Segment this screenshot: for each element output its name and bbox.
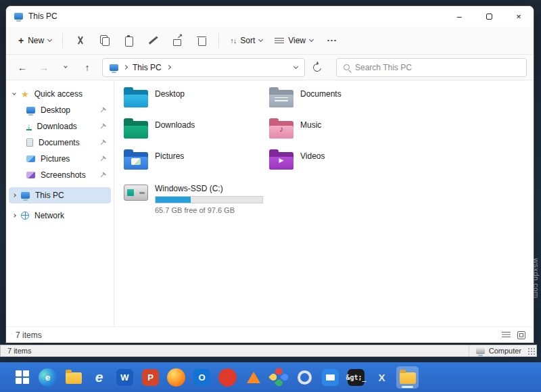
- play-icon: ▶: [269, 157, 293, 164]
- pin-icon[interactable]: [98, 171, 107, 180]
- taskbar-red-app-icon[interactable]: [216, 366, 239, 389]
- sidebar-item-this-pc[interactable]: This PC: [9, 187, 111, 203]
- chevron-right-icon: [166, 65, 171, 70]
- search-input[interactable]: [355, 63, 519, 72]
- taskbar-file-explorer-icon[interactable]: [62, 366, 85, 389]
- navigation-bar: ← → ↑ This PC: [6, 55, 534, 80]
- back-button[interactable]: ←: [13, 58, 32, 77]
- documents-folder-icon: [269, 90, 293, 107]
- taskbar-internet-explorer-icon[interactable]: e: [88, 366, 110, 389]
- computer-label: Computer: [489, 347, 521, 355]
- sidebar-item-screenshots[interactable]: Screenshots: [9, 167, 111, 183]
- paste-button[interactable]: [117, 29, 140, 52]
- sidebar-item-pictures[interactable]: Pictures: [9, 151, 111, 167]
- folder-tile-downloads[interactable]: Downloads: [124, 118, 269, 139]
- view-button[interactable]: View: [269, 32, 319, 49]
- toolbar-separator: [62, 33, 63, 48]
- pin-icon[interactable]: [98, 122, 107, 131]
- drive-usage-fill: [156, 197, 191, 203]
- breadcrumb-this-pc[interactable]: This PC: [133, 63, 162, 72]
- folder-tile-desktop[interactable]: Desktop: [124, 87, 269, 107]
- chevron-right-icon[interactable]: [12, 214, 16, 218]
- gear-icon: [298, 370, 312, 385]
- taskbar-terminal-icon[interactable]: &gt;_: [345, 366, 367, 389]
- start-button[interactable]: [11, 366, 33, 389]
- taskbar-firefox-icon[interactable]: [165, 366, 187, 389]
- pin-icon[interactable]: [98, 106, 107, 115]
- rename-button[interactable]: [141, 29, 164, 52]
- refresh-icon: [312, 62, 323, 72]
- folder-tile-documents[interactable]: Documents: [269, 87, 415, 107]
- refresh-button[interactable]: [308, 58, 327, 77]
- titlebar[interactable]: This PC – ×: [6, 6, 534, 26]
- videos-folder-icon: ▶: [269, 152, 293, 170]
- minimize-button[interactable]: –: [444, 6, 474, 26]
- edge-icon: e: [39, 368, 57, 387]
- sidebar-item-desktop[interactable]: Desktop: [9, 102, 111, 118]
- share-button[interactable]: [166, 29, 189, 52]
- taskbar-edge-icon[interactable]: e: [37, 366, 59, 389]
- network-icon: [21, 212, 29, 220]
- taskbar-outlook-icon[interactable]: O: [191, 366, 213, 389]
- sidebar-item-downloads[interactable]: ↓ Downloads: [9, 118, 111, 134]
- taskbar: e e W P O: [0, 362, 541, 392]
- sidebar-item-quick-access[interactable]: ★ Quick access: [9, 86, 111, 102]
- search-icon: [344, 64, 350, 70]
- taskbar-file-explorer-active-icon[interactable]: [396, 366, 419, 389]
- powerpoint-icon: P: [142, 369, 159, 386]
- copy-button[interactable]: [93, 29, 116, 52]
- chevron-down-icon: [64, 64, 68, 68]
- drive-icon: [124, 185, 148, 201]
- taskbar-photos-icon[interactable]: [268, 366, 290, 389]
- search-box: [336, 58, 527, 77]
- delete-button[interactable]: [190, 29, 213, 52]
- music-note-icon: ♪: [269, 125, 293, 133]
- windows-logo-icon: [16, 370, 29, 384]
- taskbar-vlc-icon[interactable]: [242, 366, 264, 389]
- history-dropdown-button[interactable]: [56, 58, 75, 77]
- internet-explorer-icon: e: [90, 368, 108, 387]
- items-count: 7 items: [16, 330, 42, 340]
- mail-icon: [322, 369, 339, 386]
- navigation-pane: ★ Quick access Desktop ↓ Downloads Docum…: [6, 80, 114, 326]
- sidebar-item-label: This PC: [35, 191, 64, 200]
- details-view-icon[interactable]: [502, 331, 511, 339]
- pin-icon[interactable]: [98, 139, 107, 147]
- downloads-icon: ↓: [26, 122, 32, 130]
- sort-button[interactable]: ↑↓ Sort: [225, 32, 268, 49]
- pin-icon[interactable]: [98, 155, 107, 164]
- taskbar-word-icon[interactable]: W: [114, 366, 136, 389]
- folder-tile-pictures[interactable]: Pictures: [124, 149, 269, 170]
- sidebar-item-documents[interactable]: Documents: [9, 134, 111, 151]
- legacy-computer-section: Computer: [469, 345, 534, 356]
- more-options-button[interactable]: [320, 29, 343, 52]
- chevron-right-icon: [123, 65, 128, 70]
- close-button[interactable]: ×: [504, 6, 534, 26]
- taskbar-powerpoint-icon[interactable]: P: [139, 366, 162, 389]
- view-toggles: [502, 331, 525, 339]
- sidebar-item-network[interactable]: Network: [9, 207, 111, 224]
- x-app-icon: X: [378, 372, 385, 383]
- taskbar-x-app-icon[interactable]: X: [371, 366, 393, 389]
- trash-icon: [196, 35, 207, 46]
- address-bar[interactable]: This PC: [102, 58, 305, 77]
- file-explorer-window: This PC – × + New ↑↓ Sort: [5, 5, 534, 343]
- chevron-right-icon[interactable]: [12, 193, 16, 197]
- address-dropdown-icon[interactable]: [293, 64, 298, 68]
- sort-label: Sort: [240, 36, 255, 45]
- music-folder-icon: ♪: [269, 121, 293, 139]
- up-button[interactable]: ↑: [78, 58, 97, 77]
- taskbar-settings-icon[interactable]: [293, 366, 316, 389]
- folder-tile-videos[interactable]: ▶ Videos: [269, 149, 415, 170]
- large-thumbnails-view-icon[interactable]: [517, 331, 525, 339]
- drive-tile[interactable]: Windows-SSD (C:) 65.7 GB free of 97.6 GB: [124, 182, 534, 214]
- resize-grip[interactable]: [527, 347, 536, 356]
- new-button[interactable]: + New: [13, 31, 57, 50]
- maximize-button[interactable]: [474, 6, 504, 26]
- cut-button[interactable]: [68, 29, 91, 52]
- desktop-folder-icon: [124, 90, 148, 107]
- taskbar-mail-icon[interactable]: [319, 366, 342, 389]
- folder-tile-music[interactable]: ♪ Music: [269, 118, 415, 139]
- forward-button[interactable]: →: [34, 58, 53, 77]
- window-title: This PC: [28, 11, 57, 21]
